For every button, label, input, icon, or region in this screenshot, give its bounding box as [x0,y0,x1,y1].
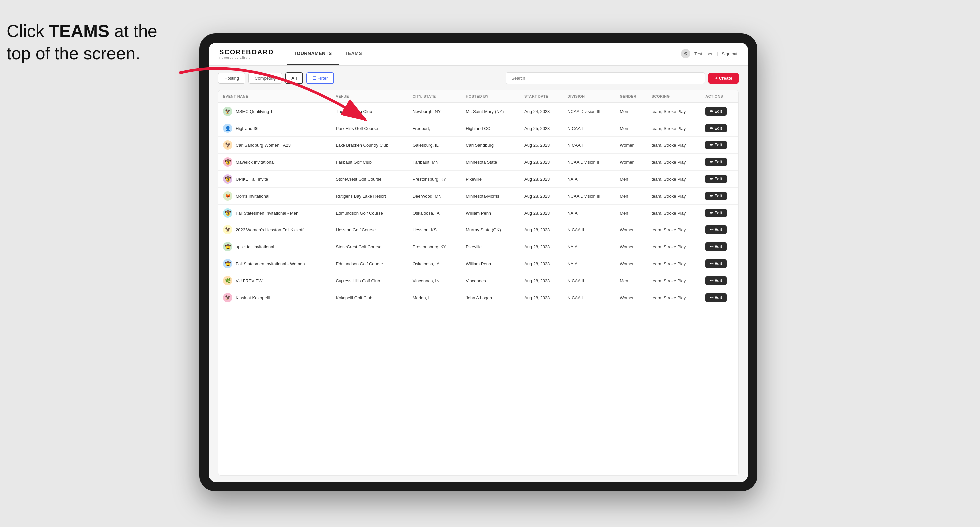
event-name: Klash at Kokopelli [235,295,270,300]
start-date-cell: Aug 28, 2023 [520,256,563,272]
col-division: DIVISION [563,90,615,103]
event-name-cell: 🦊 Morris Invitational [218,187,331,205]
hosting-filter-button[interactable]: Hosting [218,73,245,84]
scoring-cell: team, Stroke Play [647,137,701,154]
hosted-by-cell: Carl Sandburg [461,137,520,154]
event-name: Carl Sandburg Women FA23 [235,143,291,148]
event-icon: 👤 [223,124,232,133]
start-date-cell: Aug 28, 2023 [520,272,563,289]
sign-out-link[interactable]: Sign out [722,51,738,56]
event-name-cell: 🦅 2023 Women's Hesston Fall Kickoff [218,222,331,238]
gender-cell: Women [615,289,647,306]
col-start-date: START DATE [520,90,563,103]
all-filter-button[interactable]: All [285,72,303,84]
event-name-cell: 🌿 VU PREVIEW [218,272,331,289]
edit-button[interactable]: ✏ Edit [705,293,727,302]
hosted-by-cell: Minnesota State [461,154,520,171]
tournaments-table: EVENT NAME VENUE CITY, STATE HOSTED BY S… [218,90,739,476]
edit-button[interactable]: ✏ Edit [705,243,727,251]
event-name: upike fall invitational [235,244,274,249]
city-state-cell: Prestonsburg, KY [408,238,461,256]
hosted-by-cell: Mt. Saint Mary (NY) [461,103,520,120]
edit-button[interactable]: ✏ Edit [705,276,727,285]
edit-button[interactable]: ✏ Edit [705,225,727,234]
table-row: 🦅 MSMC Qualifying 1 The Powelton Club Ne… [218,103,738,120]
gender-cell: Women [615,256,647,272]
edit-button[interactable]: ✏ Edit [705,107,727,116]
event-name-cell: 🦅 Klash at Kokopelli [218,289,331,306]
actions-cell: ✏ Edit [701,187,738,205]
event-name: Highland 36 [235,126,258,131]
event-name-cell: 🤠 UPIKE Fall Invite [218,171,331,187]
division-cell: NICAA I [563,137,615,154]
competing-filter-button[interactable]: Competing [248,73,282,84]
actions-cell: ✏ Edit [701,154,738,171]
settings-icon[interactable]: ⚙ [681,49,690,59]
division-cell: NICAA I [563,289,615,306]
tab-teams[interactable]: TEAMS [339,43,369,65]
start-date-cell: Aug 28, 2023 [520,238,563,256]
event-icon: 🤠 [223,242,232,251]
division-cell: NAIA [563,256,615,272]
start-date-cell: Aug 28, 2023 [520,205,563,222]
venue-cell: Faribault Golf Club [331,154,407,171]
start-date-cell: Aug 24, 2023 [520,103,563,120]
hosted-by-cell: Highland CC [461,120,520,137]
event-name: Morris Invitational [235,194,269,198]
edit-button[interactable]: ✏ Edit [705,141,727,149]
venue-cell: Edmundson Golf Course [331,205,407,222]
logo-area: SCOREBOARD Powered by Clippit [219,49,274,59]
event-icon: 🦅 [223,293,232,302]
tab-tournaments[interactable]: TOURNAMENTS [287,43,338,65]
edit-button[interactable]: ✏ Edit [705,259,727,268]
edit-button[interactable]: ✏ Edit [705,192,727,200]
edit-button[interactable]: ✏ Edit [705,175,727,183]
table-row: 🌿 VU PREVIEW Cypress Hills Golf Club Vin… [218,272,738,289]
start-date-cell: Aug 28, 2023 [520,187,563,205]
table-row: 🤠 Fall Statesmen Invitational - Women Ed… [218,256,738,272]
table-row: 🦅 Carl Sandburg Women FA23 Lake Bracken … [218,137,738,154]
city-state-cell: Hesston, KS [408,222,461,238]
col-city-state: CITY, STATE [408,90,461,103]
venue-cell: Kokopelli Golf Club [331,289,407,306]
col-gender: GENDER [615,90,647,103]
start-date-cell: Aug 28, 2023 [520,222,563,238]
event-icon: 🦅 [223,140,232,150]
gender-cell: Men [615,120,647,137]
city-state-cell: Freeport, IL [408,120,461,137]
city-state-cell: Vincennes, IN [408,272,461,289]
actions-cell: ✏ Edit [701,289,738,306]
start-date-cell: Aug 28, 2023 [520,171,563,187]
scoring-cell: team, Stroke Play [647,289,701,306]
event-name-cell: 🦅 MSMC Qualifying 1 [218,103,331,120]
table-row: 👤 Highland 36 Park Hills Golf Course Fre… [218,120,738,137]
venue-cell: The Powelton Club [331,103,407,120]
hosted-by-cell: Minnesota-Morris [461,187,520,205]
city-state-cell: Deerwood, MN [408,187,461,205]
city-state-cell: Faribault, MN [408,154,461,171]
city-state-cell: Prestonsburg, KY [408,171,461,187]
scoring-cell: team, Stroke Play [647,256,701,272]
scoring-cell: team, Stroke Play [647,205,701,222]
col-actions: ACTIONS [701,90,738,103]
table-row: 🦊 Morris Invitational Ruttger's Bay Lake… [218,187,738,205]
table-row: 🤠 Maverick Invitational Faribault Golf C… [218,154,738,171]
actions-cell: ✏ Edit [701,205,738,222]
edit-button[interactable]: ✏ Edit [705,124,727,132]
search-input[interactable] [506,72,705,84]
scoring-cell: team, Stroke Play [647,120,701,137]
nav-tabs: TOURNAMENTS TEAMS [287,43,681,65]
edit-button[interactable]: ✏ Edit [705,208,727,217]
edit-button[interactable]: ✏ Edit [705,158,727,167]
venue-cell: StoneCrest Golf Course [331,171,407,187]
event-name-cell: 🤠 Fall Statesmen Invitational - Men [218,205,331,222]
event-icon: 🤠 [223,208,232,217]
event-name-cell: 🤠 Fall Statesmen Invitational - Women [218,256,331,272]
start-date-cell: Aug 26, 2023 [520,137,563,154]
division-cell: NAIA [563,171,615,187]
division-cell: NCAA Division III [563,103,615,120]
start-date-cell: Aug 25, 2023 [520,120,563,137]
filter-toggle-button[interactable]: ☰ Filter [306,72,334,84]
division-cell: NCAA Division II [563,154,615,171]
create-button[interactable]: + Create [708,73,739,84]
